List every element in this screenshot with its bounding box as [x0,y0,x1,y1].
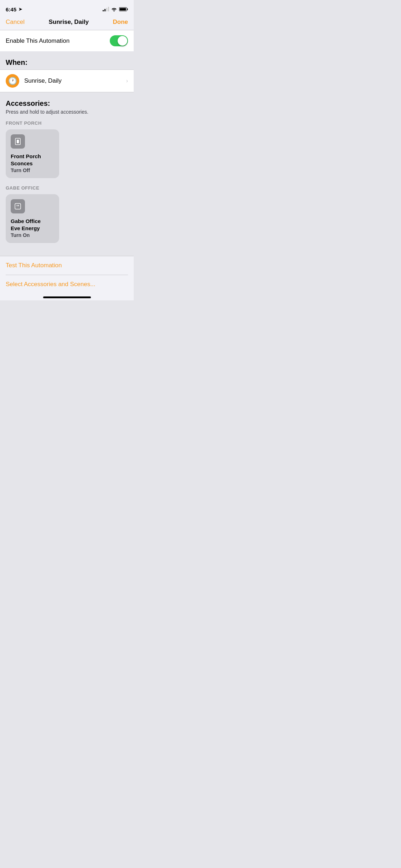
svg-rect-5 [15,203,21,209]
select-accessories-link[interactable]: Select Accessories and Scenes... [6,275,128,294]
home-bar [43,296,91,298]
enable-automation-toggle[interactable] [110,35,128,46]
wifi-icon [111,7,117,11]
nav-bar: Cancel Sunrise, Daily Done [0,16,134,30]
svg-rect-1 [127,9,128,10]
page-title: Sunrise, Daily [48,19,88,26]
battery-icon [119,7,128,11]
svg-rect-4 [17,140,19,143]
when-title: When: [6,58,27,66]
when-label: Sunrise, Daily [24,77,126,84]
cancel-button[interactable]: Cancel [6,19,25,26]
toggle-knob [118,36,127,46]
chevron-right-icon: › [126,78,128,84]
location-icon: ➤ [19,7,22,12]
accessory-card-gabe-office-eve-energy[interactable]: Gabe Office Eve Energy Turn On [6,194,59,243]
svg-rect-2 [120,8,126,11]
home-indicator [0,294,134,300]
lightswitch-icon [11,134,25,149]
test-automation-link[interactable]: Test This Automation [6,256,128,275]
accessories-section: Accessories: Press and hold to adjust ac… [0,92,134,253]
status-bar: 6:45 ➤ [0,0,134,16]
room-label-front-porch: FRONT PORCH [6,120,128,126]
when-row[interactable]: 🕐 Sunrise, Daily › [0,69,134,92]
room-label-gabe-office: GABE OFFICE [6,185,128,191]
sunrise-icon: 🕐 [6,74,19,88]
status-icons [103,7,128,11]
accessory-action-front-porch-sconces: Turn Off [11,167,54,173]
accessory-card-front-porch-sconces[interactable]: Front Porch Sconces Turn Off [6,129,59,178]
outlet-icon [11,199,25,213]
accessory-name-front-porch-sconces: Front Porch Sconces [11,153,54,167]
svg-rect-7 [18,205,19,206]
accessories-subtitle: Press and hold to adjust accessories. [6,109,128,115]
enable-automation-label: Enable This Automation [6,37,70,45]
content-area: Enable This Automation When: 🕐 Sunrise, … [0,30,134,294]
signal-icon [103,7,109,11]
done-button[interactable]: Done [113,19,128,26]
svg-rect-6 [17,205,17,206]
status-time: 6:45 ➤ [6,6,22,12]
accessory-action-gabe-office-eve-energy: Turn On [11,232,54,238]
accessories-title: Accessories: [6,99,128,108]
enable-automation-row: Enable This Automation [0,30,134,51]
accessory-name-gabe-office-eve-energy: Gabe Office Eve Energy [11,218,54,232]
when-section-header: When: [0,51,134,69]
bottom-links-section: Test This Automation Select Accessories … [0,256,134,294]
